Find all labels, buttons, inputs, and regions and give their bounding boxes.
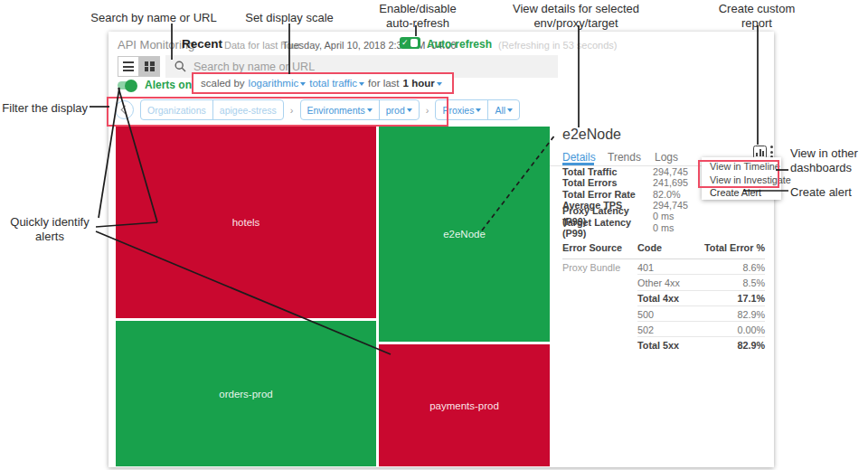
cell-label: e2eNode [443,229,486,240]
tab-details[interactable]: Details [562,151,596,164]
check-icon: ✓ [401,37,409,49]
grid-icon [145,61,155,71]
list-icon [123,61,134,71]
table-row-total-5xx: Total 5xx82.9% [562,337,765,352]
range-dropdown[interactable]: 1 hour [403,78,442,89]
annotation-filter-display: Filter the display [0,101,88,116]
list-view-button[interactable] [118,56,139,77]
toggle-knob [125,80,137,92]
grid-view-button[interactable] [138,56,160,77]
stat-row: Target Latency (P99)0 ms [562,221,761,232]
tab-trends[interactable]: Trends [608,151,641,164]
bar-chart-icon [756,153,758,156]
display-scale-controls: scaled by logarithmic total traffic for … [192,72,454,94]
annotation-search: Search by name or URL [86,11,222,25]
table-header: Error Source Code Total Error % [562,242,765,259]
chevron-down-icon [437,82,442,86]
more-options-button[interactable] [770,146,773,158]
filter-callout-box [107,97,448,127]
nav-section-recent[interactable]: Recent [182,37,222,51]
annotation-create-alert: Create alert [790,185,868,200]
error-source-table: Error Source Code Total Error % Proxy Bu… [562,242,765,353]
breadcrumb-proxy-value[interactable]: All [487,100,519,119]
dashboards-callout-box [698,160,779,188]
cell-label: orders-prod [219,389,272,400]
autorefresh-label: Auto-refresh [427,38,492,51]
search-placeholder: Search by name or URL [193,61,315,73]
chevron-down-icon [359,82,364,86]
table-row-total-4xx: Total 4xx17.1% [562,291,765,306]
annotation-other-dashboards: View in other dashboards [790,146,868,175]
cell-label: hotels [232,217,260,228]
treemap-cell-orders-prod[interactable]: orders-prod [116,321,376,466]
annotation-identify-alerts: Quickly identify alerts [5,215,95,244]
autorefresh-toggle[interactable]: ✓ [400,37,420,49]
table-row: Other 4xx8.5% [562,275,765,290]
for-last-label: for last [368,78,400,89]
cell-label: payments-prod [429,400,499,411]
menu-item-create-alert[interactable]: Create Alert [702,186,781,200]
scaled-by-label: scaled by [201,78,245,89]
scale-dropdown[interactable]: logarithmic [249,78,307,89]
table-row: 5020.00% [562,322,765,337]
panel-title: e2eNode [562,127,621,143]
annotation-create-report: Create custom report [715,2,798,31]
chevron-down-icon [507,108,513,112]
search-icon [175,61,186,72]
treemap-cell-e2enode[interactable]: e2eNode [379,127,550,342]
annotation-autorefresh: Enable/disable auto-refresh [373,2,463,31]
chevron-down-icon [476,108,481,112]
treemap-cell-payments-prod[interactable]: payments-prod [379,344,550,466]
annotation-view-details: View details for selected env/proxy/targ… [508,2,644,31]
annotation-set-scale: Set display scale [235,11,344,25]
metric-dropdown[interactable]: total traffic [309,78,364,89]
table-row: 50082.9% [562,306,765,322]
chevron-down-icon [300,82,306,86]
toggle-knob [410,39,418,47]
table-row: Proxy Bundle4018.6% [562,259,765,275]
refresh-countdown: (Refreshing in 53 seconds) [498,40,617,51]
tab-logs[interactable]: Logs [655,151,678,164]
alerts-only-toggle[interactable] [118,81,136,89]
treemap-cell-hotels[interactable]: hotels [116,127,376,318]
